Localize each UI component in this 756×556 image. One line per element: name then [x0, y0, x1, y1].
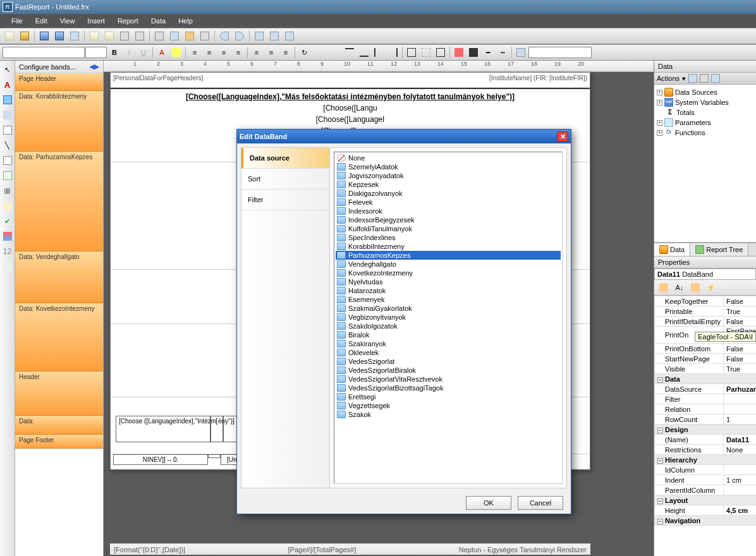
band-item[interactable]: Data: KovetkezoIntezmeny: [15, 303, 103, 372]
border-left-button[interactable]: [372, 46, 386, 59]
undo-button[interactable]: [217, 30, 231, 42]
font-family-input[interactable]: [3, 47, 85, 58]
style-name-input[interactable]: [528, 47, 592, 58]
style-dropdown[interactable]: [514, 46, 528, 59]
datasource-item[interactable]: IndexsorBejegyzesek: [336, 215, 561, 224]
page-new-button[interactable]: [87, 30, 101, 42]
band-item[interactable]: Data: Vendeghallgato: [15, 251, 103, 303]
datasource-item[interactable]: Kepzesek: [336, 180, 561, 189]
datasource-item[interactable]: VedesSzigorlatBiralok: [336, 366, 561, 375]
page-setup-button[interactable]: [133, 30, 147, 42]
bands-header-label[interactable]: Configure bands...: [19, 63, 76, 71]
datasource-item[interactable]: SpecIndexlines: [336, 233, 561, 242]
line-style-button[interactable]: ┅: [496, 46, 509, 59]
prop-az-button[interactable]: A↓: [673, 281, 686, 294]
actions-dropdown[interactable]: Actions: [657, 75, 680, 82]
actions-icon-2[interactable]: [700, 74, 709, 83]
datasource-item[interactable]: Szakdolgozatok: [336, 322, 561, 330]
tab-report-tree[interactable]: Report Tree: [690, 243, 748, 256]
tab-sort[interactable]: Sort: [241, 169, 329, 190]
group-button[interactable]: [252, 30, 266, 42]
saveall-button[interactable]: [52, 30, 66, 42]
menu-edit[interactable]: Edit: [29, 16, 54, 26]
border-none-button[interactable]: [419, 46, 433, 59]
datasource-item[interactable]: KovetkezoIntezmeny: [336, 269, 561, 277]
close-icon[interactable]: ✕: [557, 131, 568, 142]
tab-data[interactable]: Data: [654, 243, 690, 256]
open-button[interactable]: [18, 30, 32, 42]
band-item[interactable]: Data:: [15, 416, 103, 435]
datasource-item[interactable]: None: [336, 154, 561, 162]
underline-button[interactable]: U: [137, 46, 150, 59]
richtext-tool[interactable]: [1, 200, 14, 212]
page-delete-button[interactable]: [118, 30, 131, 42]
redo-button[interactable]: [233, 30, 247, 42]
datasource-item[interactable]: Jogviszonyadatok: [336, 171, 561, 180]
line-tool[interactable]: ╲: [1, 139, 14, 152]
prop-events-button[interactable]: ⚡: [704, 281, 718, 294]
datasource-item[interactable]: SzemelyiAdatok: [336, 162, 561, 171]
band-item[interactable]: Header: [15, 372, 103, 416]
datasource-item[interactable]: Vegzettsegek: [336, 401, 561, 410]
datasource-item[interactable]: Esemenyek: [336, 295, 561, 304]
new-button[interactable]: [3, 30, 16, 42]
valign-middle-button[interactable]: ≡: [264, 46, 278, 59]
text-tool[interactable]: A: [1, 78, 14, 91]
datasource-list[interactable]: NoneSzemelyiAdatokJogviszonyadatokKepzes…: [334, 152, 563, 484]
checkbox-tool[interactable]: ✔: [1, 215, 14, 227]
band-item[interactable]: Page Footer: [15, 435, 103, 449]
ok-button[interactable]: OK: [466, 496, 511, 510]
bold-button[interactable]: B: [107, 46, 121, 59]
datasource-item[interactable]: Oklevelek: [336, 348, 561, 357]
page-header-left[interactable]: [PersonalDataForPageHeaders]: [113, 75, 203, 82]
rotate-button[interactable]: ↻: [297, 46, 311, 59]
actions-icon-1[interactable]: [688, 74, 697, 83]
band-tool[interactable]: [1, 109, 14, 121]
menu-view[interactable]: View: [54, 16, 82, 26]
band-item[interactable]: Data: ParhuzamosKepzes: [15, 152, 103, 251]
datasource-item[interactable]: KulfoldiTanulmanyok: [336, 224, 561, 233]
paste-button[interactable]: [183, 30, 197, 42]
menu-data[interactable]: Data: [145, 16, 172, 26]
object-selector[interactable]: Data11 DataBand: [654, 269, 756, 280]
font-color-button[interactable]: A: [155, 46, 169, 59]
menu-help[interactable]: Help: [172, 16, 199, 26]
format-paint-button[interactable]: [198, 30, 212, 42]
datasource-item[interactable]: Nyelvtudas: [336, 277, 561, 286]
border-bottom-button[interactable]: [357, 46, 371, 59]
prop-pages-button[interactable]: [688, 281, 702, 294]
copy-button[interactable]: [168, 30, 181, 42]
actions-icon-3[interactable]: [711, 74, 720, 83]
bands-collapse-icon[interactable]: ◀▶: [89, 63, 99, 71]
datasource-item[interactable]: Erettsegi: [336, 392, 561, 401]
align-justify-button[interactable]: ≡: [231, 46, 245, 59]
table-tool[interactable]: [1, 154, 14, 167]
dropdown-1[interactable]: [283, 30, 296, 42]
datasource-item[interactable]: Diakigazolvanyok: [336, 189, 561, 198]
page-header-right[interactable]: [InstituteName] (FIR: [InstituteFIR]): [489, 75, 587, 82]
datasource-item[interactable]: Vegbizonyitvanyok: [336, 313, 561, 322]
tab-datasource[interactable]: Data source: [241, 148, 329, 169]
datasource-item[interactable]: KorabbiIntezmeny: [336, 242, 561, 251]
font-size-input[interactable]: [85, 47, 107, 58]
datasource-item[interactable]: VedesSzigorlatBizottsagiTagok: [336, 384, 561, 392]
line-color-button[interactable]: [466, 46, 480, 59]
datasource-item[interactable]: Szakiranyok: [336, 339, 561, 348]
border-props-button[interactable]: [434, 46, 448, 59]
datasource-item[interactable]: Indexsorok: [336, 207, 561, 215]
preview-button[interactable]: [68, 30, 82, 42]
cut-button[interactable]: [152, 30, 166, 42]
tab-filter[interactable]: Filter: [241, 190, 329, 210]
pointer-tool[interactable]: ↖: [1, 63, 14, 76]
prop-categorized-button[interactable]: [657, 281, 671, 294]
save-button[interactable]: [37, 30, 51, 42]
valign-top-button[interactable]: ≡: [250, 46, 264, 59]
italic-button[interactable]: I: [122, 46, 136, 59]
highlight-button[interactable]: [169, 46, 183, 59]
menu-report[interactable]: Report: [111, 16, 145, 26]
band-item[interactable]: Data: KorabbiIntezmeny: [15, 91, 103, 152]
ungroup-button[interactable]: [267, 30, 281, 42]
shape-tool[interactable]: [1, 124, 14, 136]
border-top-button[interactable]: [343, 46, 357, 59]
datasource-item[interactable]: ParhuzamosKepzes: [336, 251, 561, 260]
